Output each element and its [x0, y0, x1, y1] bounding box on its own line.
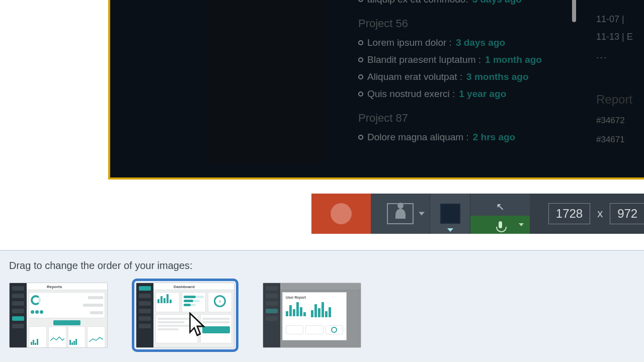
- project-title: Project 87: [358, 112, 577, 125]
- bullet-icon: [358, 92, 363, 97]
- cursor-icon: ↖: [496, 201, 505, 213]
- date-row[interactable]: 11-07 |: [596, 14, 644, 25]
- thumbnail[interactable]: Reports: [9, 283, 108, 348]
- report-card: Report #34672 #34671: [596, 93, 644, 154]
- thumbnail[interactable]: Dashboard 4: [136, 283, 234, 348]
- activity-text: Dolore magna aliquam :: [367, 132, 469, 143]
- record-icon: [331, 203, 352, 224]
- report-id[interactable]: #34671: [596, 135, 644, 145]
- webcam-toggle[interactable]: [371, 194, 430, 234]
- thumb-title: User Report: [286, 296, 343, 299]
- ring-icon: [331, 327, 337, 333]
- activity-ago: 3 days ago: [472, 0, 522, 5]
- activity-ago: 1 month ago: [485, 54, 542, 65]
- project-title: Project 56: [358, 17, 577, 30]
- thumbnail[interactable]: User Report: [263, 283, 361, 348]
- activity-item[interactable]: Blandit praesent luptatum :1 month ago: [358, 51, 577, 68]
- webcam-icon: [387, 203, 414, 224]
- thumb-title: Dashboard: [174, 285, 195, 289]
- scrollbar[interactable]: [572, 0, 576, 22]
- donut-icon: [31, 295, 41, 305]
- activity-ago: 3 months ago: [466, 71, 529, 82]
- thumb-sidebar: [10, 283, 27, 347]
- activity-ago: 1 year ago: [459, 88, 506, 100]
- activity-item[interactable]: aliquip ex ea commodo: 3 days ago: [358, 0, 577, 8]
- activity-ago: 2 hrs ago: [473, 132, 515, 143]
- record-button[interactable]: [311, 194, 371, 234]
- chevron-down-icon: [447, 228, 453, 232]
- dimension-x-label: x: [597, 207, 603, 220]
- height-input[interactable]: 972: [610, 203, 644, 224]
- activity-ago: 3 days ago: [456, 37, 505, 48]
- activity-item[interactable]: Dolore magna aliquam :2 hrs ago: [358, 129, 577, 146]
- bullet-icon: [358, 74, 363, 79]
- capture-area-button[interactable]: [430, 194, 470, 234]
- bullet-icon: [358, 40, 363, 45]
- activity-item[interactable]: Aliquam erat volutpat :3 months ago: [358, 68, 577, 85]
- chevron-down-icon: [519, 223, 524, 226]
- dimensions-group: 1728 x 972: [530, 194, 644, 234]
- chevron-down-icon: [419, 212, 425, 216]
- cursor-audio-slot[interactable]: ↖: [470, 194, 530, 234]
- width-input[interactable]: 1728: [548, 203, 590, 224]
- right-column: 11-07 | 11-13 | E ...: [596, 0, 644, 61]
- generate-button-glyph: [53, 320, 80, 325]
- thumb-sidebar: [136, 283, 153, 347]
- capture-region: Consectetuer adipiscing elit : 4 hrs ago…: [108, 0, 644, 179]
- activity-item[interactable]: Quis nostrud exerci :1 year ago: [358, 85, 577, 103]
- ring-icon: 4: [214, 295, 226, 307]
- strip-instruction: Drag to change the order of your images:: [9, 260, 635, 272]
- activity-feed: Consectetuer adipiscing elit : 4 hrs ago…: [358, 0, 577, 146]
- activity-item[interactable]: Lorem ipsum dolor :3 days ago: [358, 34, 577, 51]
- activity-text: Aliquam erat volutpat :: [367, 71, 462, 82]
- ellipsis[interactable]: ...: [596, 49, 644, 61]
- activity-text: Quis nostrud exerci :: [367, 88, 455, 100]
- microphone-toggle[interactable]: [470, 216, 530, 234]
- recorder-toolbar: ↖ 1728 x 972: [311, 194, 644, 234]
- date-row[interactable]: 11-13 | E: [596, 32, 644, 42]
- thumbnail-strip: Drag to change the order of your images:…: [0, 250, 644, 362]
- activity-text: aliquip ex ea commodo:: [367, 0, 468, 5]
- report-id[interactable]: #34672: [596, 116, 644, 126]
- report-title: Report: [596, 93, 644, 107]
- region-icon: [440, 204, 460, 224]
- activity-text: Blandit praesent luptatum :: [367, 54, 481, 65]
- thumbnail-list: Reports Dashboard: [9, 283, 635, 348]
- microphone-icon: [499, 221, 502, 228]
- bullet-icon: [358, 135, 363, 140]
- bullet-icon: [358, 57, 363, 62]
- activity-text: Lorem ipsum dolor :: [367, 37, 452, 48]
- bullet-icon: [358, 0, 363, 2]
- thumb-title: Reports: [47, 285, 62, 289]
- modal-preview: User Report: [282, 292, 347, 340]
- app-sidebar-dark: [210, 0, 327, 163]
